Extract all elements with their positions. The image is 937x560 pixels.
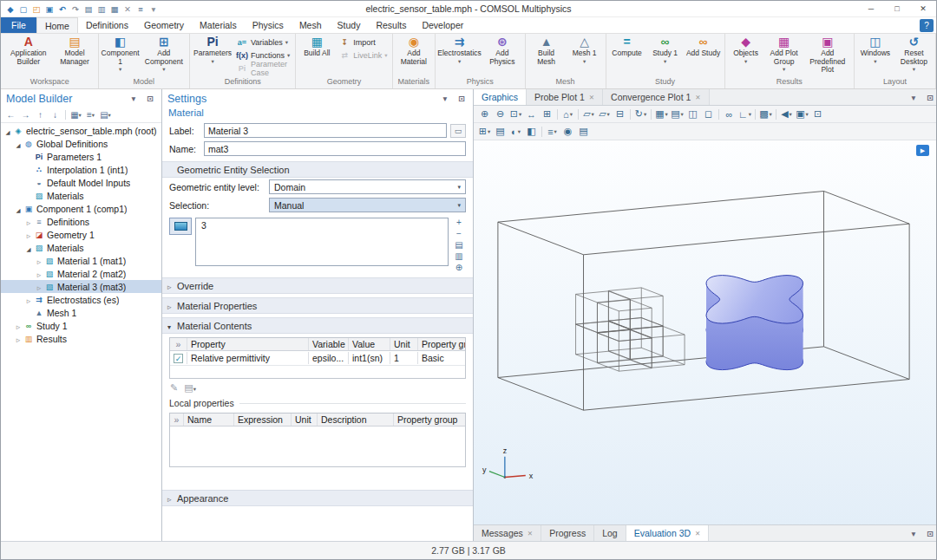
checkbox-checked[interactable]: ✓ (174, 354, 183, 363)
tree-item-component-1[interactable]: ▣ Component 1 (comp1) (1, 202, 161, 215)
tree-expander-icon[interactable] (14, 139, 23, 149)
go-to-default-view-icon[interactable]: ⌂▾ (560, 107, 575, 121)
add-material-button[interactable]: ◉ Add Material (395, 34, 433, 77)
tab-study[interactable]: Study (330, 17, 369, 33)
clear-selection-icon[interactable]: ◻ (701, 107, 716, 121)
tree-expander-icon[interactable] (14, 204, 23, 214)
tree-expander-icon[interactable] (35, 256, 43, 266)
tab-results[interactable]: Results (368, 17, 414, 33)
tree-expander-icon[interactable] (14, 321, 23, 331)
view-xy-icon[interactable]: ▱▾ (581, 107, 596, 121)
application-builder-button[interactable]: A Application Builder (3, 34, 54, 77)
column-header[interactable]: Property (187, 338, 309, 350)
zoom-out-icon[interactable]: ⊖ (493, 107, 508, 121)
tab-log[interactable]: Log (594, 525, 626, 541)
options-icon[interactable]: ≡ (134, 3, 147, 16)
table-row[interactable]: ✓ Relative permittivity epsilo... int1(s… (170, 351, 465, 366)
tree-item-materials[interactable]: ▨ Materials (1, 241, 161, 254)
tree-expander-icon[interactable] (3, 126, 12, 136)
section-geometric-entity-selection[interactable]: Geometric Entity Selection (162, 161, 473, 178)
mesh-1-button[interactable]: △ Mesh 1 ▾ (566, 34, 604, 77)
active-selection-toggle[interactable] (169, 218, 192, 235)
add-study-button[interactable]: ∞ Add Study (685, 34, 723, 77)
add-predefined-plot-button[interactable]: ▣ Add Predefined Plot (803, 34, 852, 77)
rotate-view-icon[interactable]: ↻▾ (633, 107, 648, 121)
geometric-entity-level-select[interactable]: Domain ▾ (269, 179, 466, 194)
column-header[interactable]: Name (184, 413, 234, 426)
tab-definitions[interactable]: Definitions (78, 17, 136, 33)
dock-icon[interactable]: ⊡ (810, 107, 825, 121)
tree-item-default-model-inputs[interactable]: ◒ Default Model Inputs (1, 176, 161, 189)
paste-selection-icon[interactable]: ▥ (455, 251, 462, 261)
panel-menu-icon[interactable]: ▾ (908, 91, 920, 104)
build-mesh-button[interactable]: ▲ Build Mesh (527, 34, 566, 77)
add-to-selection-icon[interactable]: + (456, 218, 462, 227)
section-material-properties[interactable]: Material Properties (162, 297, 473, 314)
tab-evaluation-3d[interactable]: Evaluation 3D ✕ (626, 525, 710, 541)
tab-messages[interactable]: Messages ✕ (474, 525, 541, 541)
close-icon[interactable]: ✕ (527, 530, 533, 537)
zoom-to-selection-icon[interactable]: ⊕ (455, 263, 462, 272)
tree-expander-icon[interactable] (14, 334, 23, 344)
variables-button[interactable]: a= Variables ▾ (233, 36, 293, 49)
tree-expander-icon[interactable] (24, 217, 33, 227)
help-icon[interactable]: ? (920, 19, 934, 32)
copy-selection-icon[interactable]: ▤ (455, 240, 462, 250)
column-header[interactable]: Property group (394, 413, 465, 426)
tab-convergence-plot-1[interactable]: Convergence Plot 1 ✕ (603, 89, 710, 105)
import-button[interactable]: ↧ Import (336, 36, 390, 49)
float-panel-icon[interactable]: ⊡ (144, 92, 156, 105)
float-panel-icon[interactable]: ⊡ (455, 92, 468, 105)
add-plot-group-button[interactable]: ▦ Add Plot Group ▾ (765, 34, 803, 77)
tab-graphics[interactable]: Graphics (474, 89, 527, 105)
edit-property-icon[interactable]: ✎ (170, 382, 178, 394)
scene-options-icon[interactable]: ≡▾ (545, 125, 560, 139)
column-header[interactable]: Expression (234, 413, 292, 426)
selection-select[interactable]: Manual ▾ (269, 198, 466, 212)
plot-settings-icon[interactable]: ▤▾ (670, 107, 685, 121)
panel-menu-icon[interactable]: ▾ (128, 92, 140, 105)
column-header[interactable]: Property group (418, 338, 465, 350)
close-icon[interactable]: ✕ (589, 94, 594, 101)
tree-expander-icon[interactable] (24, 243, 33, 253)
tree-expander-icon[interactable] (24, 295, 33, 305)
graphics-canvas[interactable]: xyz ▶ (474, 140, 936, 524)
tree-item-definitions[interactable]: ≡ Definitions (1, 215, 161, 228)
tree-item-materials-global[interactable]: ▨ Materials (1, 189, 161, 202)
redo-icon[interactable]: ↷ (69, 3, 82, 16)
collapse-icon[interactable]: ≡▾ (84, 108, 97, 121)
tree-item-parameters-1[interactable]: Pi Parameters 1 (1, 150, 161, 163)
remove-from-selection-icon[interactable]: − (456, 229, 462, 238)
compute-button[interactable]: = Compute (608, 34, 646, 77)
tree-item-results[interactable]: ▥ Results (1, 332, 161, 345)
study-1-button[interactable]: ∞ Study 1 ▾ (646, 34, 685, 77)
panel-menu-icon[interactable]: ▾ (908, 527, 920, 540)
print-icon[interactable]: ▤ (576, 125, 591, 139)
component-1-button[interactable]: ◧ Component 1 ▾ (101, 34, 141, 77)
tab-physics[interactable]: Physics (245, 17, 292, 33)
section-material-contents[interactable]: Material Contents (162, 317, 473, 334)
livelink-button[interactable]: ⇄ LiveLink ▾ (336, 49, 390, 62)
tab-progress[interactable]: Progress (541, 525, 594, 541)
color-theme-icon[interactable]: ▩▾ (758, 107, 773, 121)
maximize-button[interactable]: □ (884, 1, 910, 16)
column-header[interactable]: Description (318, 413, 394, 426)
paste-icon[interactable]: ▥ (95, 3, 108, 16)
duplicate-icon[interactable]: ▦ (108, 3, 121, 16)
3d-scene[interactable]: xyz (474, 140, 936, 524)
reset-desktop-button[interactable]: ↺ Reset Desktop ▾ (894, 34, 934, 77)
tree-expander-icon[interactable] (24, 230, 33, 240)
select-box-icon[interactable]: ⊞▾ (477, 125, 492, 139)
add-component-button[interactable]: ⊞ Add Component ▾ (141, 34, 188, 77)
close-icon[interactable]: ✕ (695, 530, 700, 537)
zoom-in-icon[interactable]: ⊕ (477, 107, 492, 121)
view-yz-icon[interactable]: ▱▾ (597, 107, 612, 121)
orthographic-icon[interactable]: ⊟ (613, 107, 627, 121)
column-header[interactable]: Unit (390, 338, 418, 350)
section-appearance[interactable]: Appearance (162, 490, 473, 506)
column-header[interactable]: Value (349, 338, 390, 350)
pan-icon[interactable]: ↔ (524, 107, 539, 121)
zoom-extents-icon[interactable]: ⊞ (540, 107, 554, 121)
undo-icon[interactable]: ↶ (56, 3, 69, 16)
rename-icon[interactable]: ▭ (450, 124, 466, 138)
